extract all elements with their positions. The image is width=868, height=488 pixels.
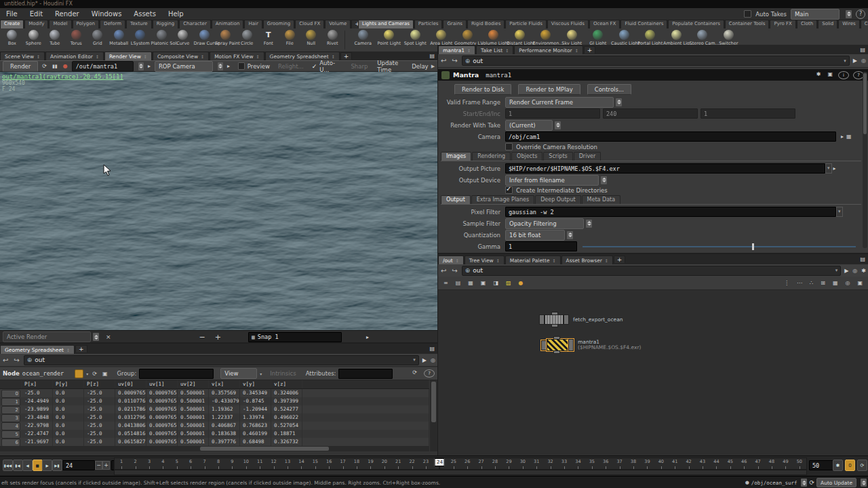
snapshot-icon[interactable]: ▣ [856, 280, 864, 286]
pane-tab-add[interactable]: + [584, 46, 596, 54]
shelf-tab-pyro-fx[interactable]: Pyro FX [770, 20, 795, 28]
tool-point-light[interactable]: Point Light [376, 29, 403, 52]
table-row[interactable]: 3-23.48480.0-25.00.03127960.0009765630.5… [0, 413, 429, 422]
pane-tab-add[interactable]: + [340, 52, 353, 60]
shelf-tab-rigid-bodies[interactable]: Rigid Bodies [467, 20, 505, 28]
attributes-field[interactable] [338, 369, 393, 379]
shelf-tab-deform[interactable]: Deform [100, 20, 125, 28]
pixel-filter-menu-icon[interactable]: ▾ [836, 207, 843, 217]
pane-menu-icon[interactable]: ▤ [429, 53, 435, 59]
camera-chooser-icon[interactable]: ▸ [226, 63, 231, 69]
pane-tab-animation-editor[interactable]: Animation Editor↕ [45, 52, 104, 60]
column-header-p-x[interactable]: P[x] [22, 380, 53, 388]
render-mode-stepper[interactable] [93, 333, 99, 341]
shelf-tab-cloud-fx[interactable]: Cloud FX [295, 20, 324, 28]
spreadsheet-hscrollbar[interactable] [0, 446, 429, 451]
add-tab-button[interactable]: + [75, 345, 87, 352]
tool-curve[interactable]: Curve [172, 29, 194, 52]
pin-pane-icon[interactable]: ◎ [429, 357, 437, 363]
row-handle[interactable]: 5 [1, 430, 20, 439]
shelf-tab-texture[interactable]: Texture [126, 20, 152, 28]
camera-path-field[interactable]: /obj/cam1 [505, 131, 836, 142]
loop-mode-icon[interactable]: ⟳ [857, 460, 867, 471]
path-dropdown-icon[interactable]: ▾ [844, 58, 849, 64]
node-flag-left[interactable] [539, 314, 545, 325]
layout-nodes-icon[interactable]: ∴ [808, 280, 814, 286]
align-nodes-icon[interactable]: ⋯ [795, 280, 804, 286]
start-field[interactable]: 1 [505, 108, 600, 119]
parameters-scrollbar[interactable] [863, 72, 867, 248]
tool-rivet[interactable]: Rivet [322, 29, 344, 52]
param-tab-rendering[interactable]: Rendering [472, 152, 511, 161]
create-directories-checkbox[interactable] [505, 186, 513, 194]
auto-update-check-icon[interactable]: ✓ [312, 63, 317, 70]
rop-stepper[interactable] [138, 62, 144, 70]
forward-icon[interactable]: ↪ [449, 267, 460, 274]
column-header-uv-0[interactable]: uv[0] [115, 380, 146, 388]
menu-render[interactable]: Render [49, 8, 85, 20]
zoom-icon[interactable]: ◎ [844, 280, 851, 286]
shelf-tab-polygon[interactable]: Polygon [73, 20, 100, 28]
tool-spot-light[interactable]: Spot Light [402, 29, 429, 52]
valid-frame-range-stepper[interactable] [616, 98, 622, 106]
context-stepper[interactable] [801, 479, 807, 487]
updown-icon[interactable]: ↕ [332, 54, 335, 59]
updown-icon[interactable]: ↕ [553, 258, 556, 263]
table-row[interactable]: 6-21.96970.0-25.00.06158270.0009765630.5… [0, 438, 429, 446]
render-with-take-stepper[interactable] [555, 121, 561, 129]
select-node-icon[interactable]: ▶ [851, 58, 859, 64]
param-tab-deep-output[interactable]: Deep Output [535, 195, 580, 204]
camera-node-chooser-icon[interactable]: ▸ [840, 134, 845, 140]
menu-file[interactable]: File [0, 8, 24, 20]
gamma-slider-handle[interactable] [752, 243, 754, 250]
pane-tab-tree-view[interactable]: Tree View↕ [465, 256, 505, 264]
output-picture-menu-icon[interactable]: ▾ [825, 163, 832, 174]
column-header-p-y[interactable]: P[y] [53, 380, 84, 388]
updown-icon[interactable]: ↕ [456, 258, 459, 263]
go-to-end-button[interactable]: ▶▮ [52, 460, 62, 471]
quantization-stepper[interactable] [567, 231, 573, 239]
network-list-icon[interactable]: ≡ [442, 280, 450, 286]
auto-takes-checkbox[interactable] [744, 10, 751, 18]
shelf-tab-cloth[interactable]: Cloth [797, 20, 817, 28]
tool-null[interactable]: Null [300, 29, 322, 52]
spreadsheet-path-field[interactable]: ⊕ out ▾ [24, 355, 419, 365]
column-header-p-z[interactable]: P[z] [84, 380, 115, 388]
view-select[interactable]: View [220, 368, 257, 379]
shelf-tab-populate-containers[interactable]: Populate Containers [668, 20, 724, 28]
shelf-tab-viscous-fluids[interactable]: Viscous Fluids [547, 20, 589, 28]
updown-icon[interactable]: ↕ [505, 48, 509, 53]
tool-camera[interactable]: Camera [350, 29, 376, 52]
update-mode-stepper[interactable] [861, 479, 867, 487]
tool-box[interactable]: Box [1, 29, 23, 52]
spreadsheet-vscrollbar[interactable] [430, 380, 437, 451]
node-dropdown-icon[interactable]: ▾ [86, 371, 88, 376]
output-picture-field[interactable]: $HIP/render/$HIPNAME.$OS.$F4.exr [505, 163, 825, 174]
state-icon[interactable] [75, 369, 83, 378]
view-dropdown-icon[interactable]: ▾ [260, 371, 262, 376]
render-to-mplay-button[interactable]: Render to MPlay [518, 84, 580, 95]
performance-options-icon[interactable]: ✱ [833, 460, 843, 471]
param-tab-extra-image-planes[interactable]: Extra Image Planes [471, 195, 534, 204]
taskbar-icon[interactable]: ◨ [492, 280, 500, 286]
shelf-tab-grooming[interactable]: Grooming [263, 20, 294, 28]
menu-windows[interactable]: Windows [85, 8, 128, 20]
spreadsheet-help-icon[interactable]: ? [424, 369, 435, 378]
tool-draw-curve[interactable]: Draw Curve [194, 29, 216, 52]
zoom-in-icon[interactable]: + [215, 333, 221, 342]
param-tab-output[interactable]: Output [441, 195, 471, 204]
inc-field[interactable]: 1 [701, 108, 795, 119]
node-body[interactable] [547, 339, 568, 351]
updown-icon[interactable]: ↕ [605, 258, 608, 263]
current-frame-marker[interactable]: 24 [435, 458, 445, 466]
frame-ruler[interactable]: 1234567891011121314151617181920212223242… [114, 458, 807, 470]
close-render-icon[interactable]: × [106, 333, 111, 340]
shelf-tab-animation[interactable]: Animation [212, 20, 244, 28]
output-device-stepper[interactable] [601, 176, 607, 184]
status-context-path[interactable]: /obj/ocean_surf [751, 480, 797, 486]
rop-selector[interactable]: /out/mantra1 [72, 61, 134, 72]
play-forward-button[interactable]: ▶ [42, 460, 52, 471]
render-to-disk-button[interactable]: Render to Disk [454, 84, 511, 95]
network-path-field[interactable]: ⊕ out ▾ [462, 266, 841, 276]
tool-font[interactable]: TFont [258, 29, 279, 52]
